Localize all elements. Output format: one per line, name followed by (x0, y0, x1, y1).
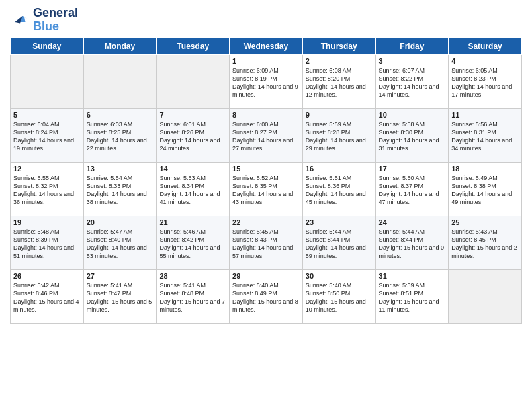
calendar-cell: 7 Sunrise: 6:01 AM Sunset: 8:26 PM Dayli… (157, 108, 230, 162)
cell-content: Sunrise: 5:55 AM Sunset: 8:32 PM Dayligh… (13, 174, 81, 207)
day-header: Sunday (11, 38, 84, 54)
calendar-cell: 17 Sunrise: 5:50 AM Sunset: 8:37 PM Dayl… (375, 162, 449, 216)
calendar-cell (157, 54, 230, 108)
calendar-week-row: 19 Sunrise: 5:48 AM Sunset: 8:39 PM Dayl… (11, 216, 522, 269)
sunset-text: Sunset: 8:22 PM (379, 75, 446, 83)
calendar-header-row: SundayMondayTuesdayWednesdayThursdayFrid… (11, 38, 522, 54)
calendar-cell: 19 Sunrise: 5:48 AM Sunset: 8:39 PM Dayl… (11, 216, 84, 269)
cell-content: Sunrise: 5:41 AM Sunset: 8:48 PM Dayligh… (159, 281, 226, 314)
daylight-text: Daylight: 14 hours and 55 minutes. (159, 244, 226, 260)
sunset-text: Sunset: 8:49 PM (232, 289, 300, 298)
sunrise-text: Sunrise: 5:55 AM (13, 174, 81, 182)
day-number: 4 (451, 57, 519, 65)
daylight-text: Daylight: 14 hours and 36 minutes. (13, 190, 81, 206)
sunrise-text: Sunrise: 6:01 AM (159, 120, 226, 128)
logo-icon (10, 12, 30, 28)
sunset-text: Sunset: 8:44 PM (379, 236, 446, 244)
sunrise-text: Sunrise: 5:51 AM (306, 174, 373, 182)
cell-content: Sunrise: 5:44 AM Sunset: 8:44 PM Dayligh… (379, 228, 446, 261)
cell-content: Sunrise: 5:59 AM Sunset: 8:28 PM Dayligh… (306, 120, 373, 153)
cell-content: Sunrise: 6:09 AM Sunset: 8:19 PM Dayligh… (232, 66, 300, 99)
calendar-cell: 29 Sunrise: 5:40 AM Sunset: 8:49 PM Dayl… (230, 269, 303, 323)
calendar-cell: 8 Sunrise: 6:00 AM Sunset: 8:27 PM Dayli… (230, 108, 303, 162)
sunrise-text: Sunrise: 6:04 AM (13, 120, 81, 128)
day-number: 10 (379, 111, 446, 119)
day-number: 17 (379, 165, 446, 173)
logo-text: General Blue (33, 7, 78, 34)
cell-content: Sunrise: 5:48 AM Sunset: 8:39 PM Dayligh… (13, 228, 81, 261)
sunrise-text: Sunrise: 6:00 AM (232, 120, 300, 128)
sunrise-text: Sunrise: 5:45 AM (232, 228, 300, 236)
day-number: 6 (87, 111, 154, 119)
daylight-text: Daylight: 14 hours and 29 minutes. (306, 136, 373, 152)
daylight-text: Daylight: 14 hours and 12 minutes. (306, 83, 373, 99)
calendar-cell: 27 Sunrise: 5:41 AM Sunset: 8:47 PM Dayl… (83, 269, 157, 323)
sunrise-text: Sunrise: 6:09 AM (232, 66, 300, 75)
sunrise-text: Sunrise: 5:42 AM (13, 281, 81, 289)
header: General Blue (10, 7, 522, 34)
cell-content: Sunrise: 6:04 AM Sunset: 8:24 PM Dayligh… (13, 120, 81, 153)
calendar-cell: 15 Sunrise: 5:52 AM Sunset: 8:35 PM Dayl… (230, 162, 303, 216)
daylight-text: Daylight: 14 hours and 9 minutes. (232, 83, 300, 99)
day-number: 21 (159, 218, 226, 226)
sunrise-text: Sunrise: 5:50 AM (379, 174, 446, 182)
sunrise-text: Sunrise: 5:43 AM (451, 228, 519, 236)
calendar-cell: 24 Sunrise: 5:44 AM Sunset: 8:44 PM Dayl… (375, 216, 449, 269)
daylight-text: Daylight: 14 hours and 51 minutes. (13, 244, 81, 260)
daylight-text: Daylight: 14 hours and 41 minutes. (159, 190, 226, 206)
calendar-cell: 20 Sunrise: 5:47 AM Sunset: 8:40 PM Dayl… (83, 216, 157, 269)
daylight-text: Daylight: 14 hours and 24 minutes. (159, 136, 226, 152)
sunset-text: Sunset: 8:50 PM (306, 289, 373, 298)
calendar-cell: 26 Sunrise: 5:42 AM Sunset: 8:46 PM Dayl… (11, 269, 84, 323)
cell-content: Sunrise: 5:58 AM Sunset: 8:30 PM Dayligh… (379, 120, 446, 153)
cell-content: Sunrise: 5:43 AM Sunset: 8:45 PM Dayligh… (451, 228, 519, 261)
calendar-cell: 4 Sunrise: 6:05 AM Sunset: 8:23 PM Dayli… (449, 54, 522, 108)
day-number: 14 (159, 165, 226, 173)
daylight-text: Daylight: 15 hours and 8 minutes. (232, 298, 300, 314)
day-number: 20 (87, 218, 154, 226)
sunrise-text: Sunrise: 5:41 AM (159, 281, 226, 289)
day-number: 15 (232, 165, 300, 173)
cell-content: Sunrise: 5:40 AM Sunset: 8:49 PM Dayligh… (232, 281, 300, 314)
calendar-cell: 1 Sunrise: 6:09 AM Sunset: 8:19 PM Dayli… (230, 54, 303, 108)
cell-content: Sunrise: 5:41 AM Sunset: 8:47 PM Dayligh… (87, 281, 154, 314)
cell-content: Sunrise: 5:50 AM Sunset: 8:37 PM Dayligh… (379, 174, 446, 207)
sunrise-text: Sunrise: 6:07 AM (379, 66, 446, 75)
cell-content: Sunrise: 5:39 AM Sunset: 8:51 PM Dayligh… (379, 281, 446, 314)
sunset-text: Sunset: 8:51 PM (379, 289, 446, 298)
sunset-text: Sunset: 8:39 PM (13, 236, 81, 244)
sunset-text: Sunset: 8:43 PM (232, 236, 300, 244)
calendar-cell: 16 Sunrise: 5:51 AM Sunset: 8:36 PM Dayl… (302, 162, 375, 216)
daylight-text: Daylight: 14 hours and 57 minutes. (232, 244, 300, 260)
calendar-cell: 18 Sunrise: 5:49 AM Sunset: 8:38 PM Dayl… (449, 162, 522, 216)
cell-content: Sunrise: 5:46 AM Sunset: 8:42 PM Dayligh… (159, 228, 226, 261)
cell-content: Sunrise: 5:42 AM Sunset: 8:46 PM Dayligh… (13, 281, 81, 314)
sunrise-text: Sunrise: 5:41 AM (87, 281, 154, 289)
daylight-text: Daylight: 15 hours and 0 minutes. (379, 244, 446, 260)
sunset-text: Sunset: 8:33 PM (87, 182, 154, 190)
calendar-cell: 6 Sunrise: 6:03 AM Sunset: 8:25 PM Dayli… (83, 108, 157, 162)
day-number: 1 (232, 57, 300, 65)
calendar-cell: 5 Sunrise: 6:04 AM Sunset: 8:24 PM Dayli… (11, 108, 84, 162)
daylight-text: Daylight: 14 hours and 53 minutes. (87, 244, 154, 260)
cell-content: Sunrise: 5:47 AM Sunset: 8:40 PM Dayligh… (87, 228, 154, 261)
day-number: 7 (159, 111, 226, 119)
daylight-text: Daylight: 15 hours and 11 minutes. (379, 298, 446, 314)
sunrise-text: Sunrise: 6:03 AM (87, 120, 154, 128)
sunset-text: Sunset: 8:46 PM (13, 289, 81, 298)
calendar-cell: 10 Sunrise: 5:58 AM Sunset: 8:30 PM Dayl… (375, 108, 449, 162)
sunset-text: Sunset: 8:42 PM (159, 236, 226, 244)
daylight-text: Daylight: 14 hours and 47 minutes. (379, 190, 446, 206)
sunrise-text: Sunrise: 5:46 AM (159, 228, 226, 236)
day-number: 19 (13, 218, 81, 226)
sunset-text: Sunset: 8:47 PM (87, 289, 154, 298)
page: General Blue SundayMondayTuesdayWednesda… (0, 0, 532, 411)
sunset-text: Sunset: 8:40 PM (87, 236, 154, 244)
sunset-text: Sunset: 8:23 PM (451, 75, 519, 83)
cell-content: Sunrise: 5:45 AM Sunset: 8:43 PM Dayligh… (232, 228, 300, 261)
calendar-cell: 30 Sunrise: 5:40 AM Sunset: 8:50 PM Dayl… (302, 269, 375, 323)
cell-content: Sunrise: 5:56 AM Sunset: 8:31 PM Dayligh… (451, 120, 519, 153)
daylight-text: Daylight: 14 hours and 49 minutes. (451, 190, 519, 206)
day-number: 18 (451, 165, 519, 173)
daylight-text: Daylight: 14 hours and 19 minutes. (13, 136, 81, 152)
